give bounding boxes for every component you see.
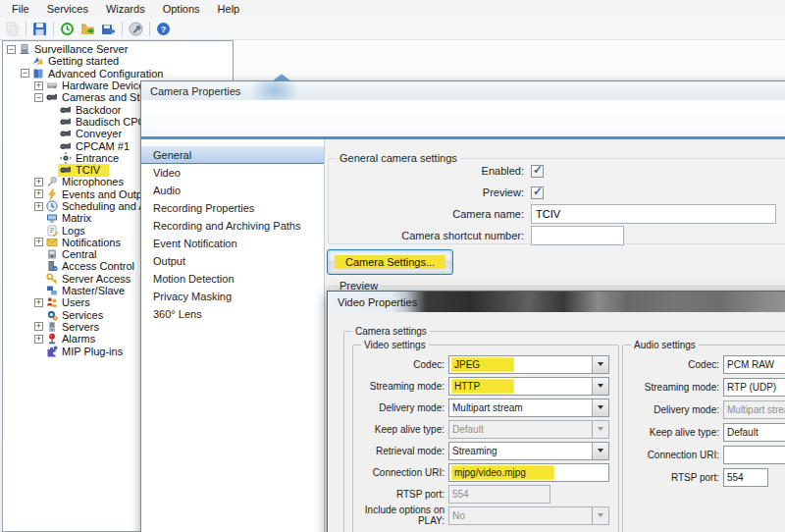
copy-button[interactable] xyxy=(2,19,23,38)
camera-properties-header-band xyxy=(141,100,785,139)
menu-services[interactable]: Services xyxy=(38,1,97,17)
video-properties-body: Camera settings Video settings Codec:JPE… xyxy=(331,312,785,532)
audio-settings-fields: Codec:PCM RAWStreaming mode:RTP (UDP)Del… xyxy=(625,353,785,489)
camera-icon xyxy=(60,128,72,139)
delivery-mode-combo[interactable]: Multipart stream xyxy=(723,400,785,419)
hardware-icon xyxy=(46,80,58,91)
codec-combo[interactable]: JPEG xyxy=(448,355,609,374)
tree-expander[interactable]: + xyxy=(34,238,43,246)
nav-item-motion-detection[interactable]: Motion Detection xyxy=(141,270,324,288)
combo-value: Multipart stream xyxy=(727,404,785,415)
tree-expander[interactable]: + xyxy=(34,298,43,307)
save-button[interactable] xyxy=(29,19,50,38)
menu-wizards[interactable]: Wizards xyxy=(97,1,154,17)
preview-checkbox[interactable] xyxy=(531,186,544,199)
restore-button[interactable] xyxy=(57,19,78,38)
camera-shortcut-number-input[interactable] xyxy=(531,226,624,245)
streaming-mode-combo[interactable]: RTP (UDP) xyxy=(723,378,785,397)
nav-item-output[interactable]: Output xyxy=(141,252,324,270)
codec-combo[interactable]: PCM RAW xyxy=(723,355,785,374)
tree-item-label: Microphones xyxy=(62,176,124,187)
tree-item-label: Hardware Devices xyxy=(62,80,150,91)
camera-name-input[interactable]: TCIV xyxy=(531,204,776,224)
tree-expander[interactable]: − xyxy=(21,69,29,78)
menu-help[interactable]: Help xyxy=(209,1,249,17)
field-value: mjpg/video.mjpg xyxy=(452,466,553,479)
connection-uri-input[interactable]: mjpg/video.mjpg xyxy=(448,463,609,482)
field-value: 554 xyxy=(452,489,469,500)
enabled-checkbox[interactable] xyxy=(531,165,544,178)
nav-item-general[interactable]: General xyxy=(141,146,324,164)
menu-options[interactable]: Options xyxy=(154,1,209,17)
nav-item-video[interactable]: Video xyxy=(141,164,324,182)
nav-item-audio[interactable]: Audio xyxy=(141,182,324,199)
tree-expander[interactable]: + xyxy=(34,335,43,344)
field-streaming-mode: Streaming mode:RTP (UDP) xyxy=(625,376,785,399)
video-settings-group: Video settings Codec:JPEGStreaming mode:… xyxy=(352,345,619,532)
field-label: Delivery mode: xyxy=(625,404,719,415)
field-label: Camera shortcut number: xyxy=(328,230,524,241)
rtsp-port-input[interactable]: 554 xyxy=(448,485,550,504)
tree-item-getting-started[interactable]: Getting started xyxy=(3,55,233,67)
tree-item-content: Matrix xyxy=(46,212,91,224)
dropdown-button[interactable] xyxy=(592,421,608,438)
tree-item-label: Matrix xyxy=(62,212,91,224)
tree-expander[interactable]: + xyxy=(34,322,43,331)
toolbar-separator xyxy=(122,22,123,36)
include-options-on-play-combo[interactable]: No xyxy=(448,506,609,525)
chevron-down-icon xyxy=(598,513,603,517)
nav-item-privacy-masking[interactable]: Privacy Masking xyxy=(141,288,324,305)
streaming-mode-combo[interactable]: HTTP xyxy=(448,377,609,396)
tree-expander[interactable]: + xyxy=(34,202,43,211)
camera-settings-group: Camera settings Video settings Codec:JPE… xyxy=(343,331,785,532)
tree-expander[interactable]: − xyxy=(34,93,43,102)
dropdown-button[interactable] xyxy=(592,443,608,459)
nav-item-event-notification[interactable]: Event Notification xyxy=(141,235,324,252)
chevron-down-icon xyxy=(598,384,603,388)
field-rtsp-port: RTSP port:554 xyxy=(354,483,609,505)
keep-alive-type-combo[interactable]: Default xyxy=(448,420,609,439)
dropdown-button[interactable] xyxy=(592,399,608,416)
menu-file[interactable]: File xyxy=(3,1,38,17)
import-configuration-button[interactable] xyxy=(78,19,98,38)
rtsp-port-input[interactable]: 554 xyxy=(723,468,768,487)
combo-value: Default xyxy=(452,424,484,435)
field-enabled: Enabled: xyxy=(328,160,785,182)
export-configuration-button[interactable] xyxy=(98,19,119,38)
tree-expander[interactable]: − xyxy=(7,45,16,54)
nav-item-recording-and-archiving-paths[interactable]: Recording and Archiving Paths xyxy=(141,217,324,235)
tree-item-surveillance-server[interactable]: −Surveillance Server xyxy=(3,43,233,55)
nav-item-360-lens[interactable]: 360° Lens xyxy=(141,305,324,323)
camera-settings-button[interactable]: Camera Settings... xyxy=(327,249,453,275)
registration-button[interactable] xyxy=(126,19,146,38)
delivery-mode-combo[interactable]: Multipart stream xyxy=(448,399,609,417)
field-codec: Codec:JPEG xyxy=(354,353,609,375)
tree-item-content: Notifications xyxy=(46,237,121,248)
dropdown-button[interactable] xyxy=(592,378,608,395)
save-export-icon xyxy=(101,22,116,36)
tree-item-advanced-configuration[interactable]: −Advanced Configuration xyxy=(3,68,233,80)
tree-item-content: Services xyxy=(46,309,103,321)
access-control-icon xyxy=(46,260,58,272)
tree-expander[interactable]: + xyxy=(34,178,43,186)
help-button[interactable]: ? xyxy=(153,19,174,38)
tree-item-label: Conveyer xyxy=(76,128,122,139)
clock-icon xyxy=(46,200,58,212)
connection-uri-input[interactable] xyxy=(723,446,785,464)
tree-expander[interactable]: + xyxy=(34,81,43,90)
audio-settings-group: Audio settings Codec:PCM RAWStreaming mo… xyxy=(622,345,785,532)
combo-value: PCM RAW xyxy=(727,359,774,370)
tree-item-content: CPCAM #1 xyxy=(60,140,130,152)
nav-item-recording-properties[interactable]: Recording Properties xyxy=(141,199,324,217)
save-icon xyxy=(32,22,47,36)
users-icon xyxy=(46,296,58,308)
tree-item-content: Advanced Configuration xyxy=(32,68,163,80)
chevron-down-icon xyxy=(598,362,603,366)
retrieval-mode-combo[interactable]: Streaming xyxy=(448,442,609,460)
camera-icon xyxy=(60,104,72,116)
dropdown-button[interactable] xyxy=(592,356,608,373)
dropdown-button[interactable] xyxy=(592,507,608,524)
field-label: Streaming mode: xyxy=(625,382,719,393)
tree-expander[interactable]: + xyxy=(34,189,43,198)
keep-alive-type-combo[interactable]: Default xyxy=(723,423,785,442)
